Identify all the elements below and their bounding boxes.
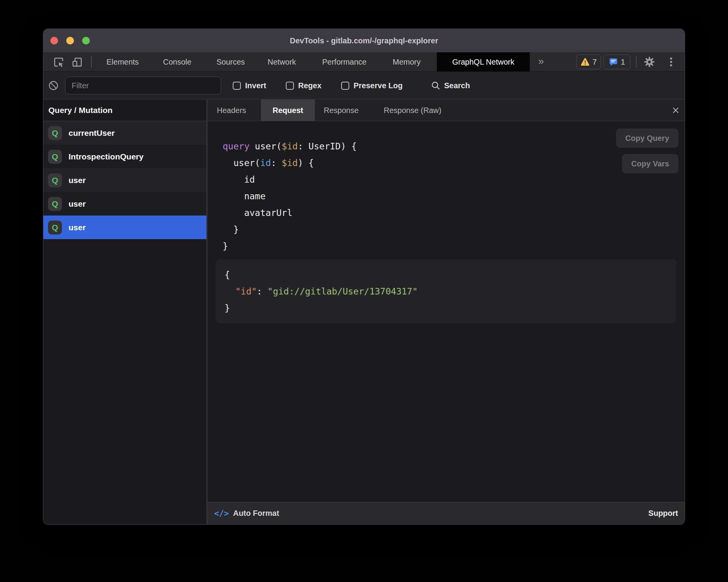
tab-request[interactable]: Request — [261, 99, 315, 121]
tab-headers[interactable]: Headers — [217, 99, 246, 121]
search-icon — [431, 80, 441, 91]
copy-query-button[interactable]: Copy Query — [616, 128, 678, 148]
tab-graphql-network[interactable]: GraphQL Network — [437, 52, 530, 72]
message-icon — [609, 58, 618, 67]
query-name: user — [69, 176, 86, 185]
preserve-log-label: Preserve Log — [354, 81, 403, 90]
invert-checkbox-box[interactable] — [233, 82, 241, 90]
preserve-log-checkbox[interactable]: Preserve Log — [341, 72, 403, 99]
invert-checkbox[interactable]: Invert — [233, 72, 266, 99]
search-label: Search — [444, 81, 470, 90]
clear-block-icon[interactable] — [48, 80, 59, 91]
auto-format-button[interactable]: </> Auto Format — [214, 509, 279, 518]
query-type-badge: Q — [48, 197, 62, 211]
filter-toolbar: Invert Regex Preserve Log Search — [43, 72, 685, 99]
query-list-item[interactable]: Q user — [43, 192, 206, 216]
support-link[interactable]: Support — [648, 509, 678, 518]
query-name: IntrospectionQuery — [69, 152, 144, 161]
warning-count: 7 — [592, 58, 597, 67]
issues-count: 1 — [621, 58, 625, 67]
query-type-badge: Q — [48, 126, 62, 140]
tab-response[interactable]: Response — [324, 99, 359, 121]
query-list-item[interactable]: Q currentUser — [43, 121, 206, 145]
search-control[interactable]: Search — [431, 72, 470, 99]
query-name: currentUser — [69, 128, 115, 138]
variables-json-code: { "id": "gid://gitlab/User/13704317"} — [225, 267, 676, 317]
tab-bar-divider — [91, 56, 92, 68]
regex-checkbox[interactable]: Regex — [286, 72, 321, 99]
graphql-query-code: query user($id: UserID) { user(id: $id) … — [223, 138, 357, 255]
kebab-menu-icon[interactable] — [665, 56, 677, 68]
close-panel-icon[interactable] — [671, 106, 680, 115]
tab-console[interactable]: Console — [163, 52, 191, 72]
copy-vars-button[interactable]: Copy Vars — [622, 154, 678, 173]
issues-badge[interactable]: 1 — [603, 55, 630, 69]
tab-response-raw[interactable]: Response (Raw) — [384, 99, 441, 121]
settings-gear-icon[interactable] — [643, 56, 656, 68]
more-tabs-chevron[interactable]: » — [538, 52, 544, 72]
tab-sources[interactable]: Sources — [216, 52, 245, 72]
query-name: user — [69, 199, 86, 209]
filter-input[interactable] — [65, 77, 221, 94]
code-brackets-icon: </> — [214, 509, 229, 518]
window-title: DevTools - gitlab.com/-/graphql-explorer — [43, 29, 685, 52]
actions-divider — [636, 56, 637, 68]
query-name: user — [69, 223, 86, 232]
tab-elements[interactable]: Elements — [106, 52, 139, 72]
main-area: Query / Mutation Q currentUser Q Introsp… — [43, 99, 685, 524]
auto-format-label: Auto Format — [233, 509, 279, 518]
query-list-sidebar: Query / Mutation Q currentUser Q Introsp… — [43, 99, 206, 524]
device-toolbar-icon[interactable] — [71, 56, 83, 68]
inspect-element-icon[interactable] — [52, 56, 65, 68]
detail-tab-bar: Headers Request Response Response (Raw) — [208, 99, 685, 121]
variables-box: { "id": "gid://gitlab/User/13704317"} — [216, 259, 676, 323]
devtools-window: DevTools - gitlab.com/-/graphql-explorer… — [43, 29, 685, 524]
regex-label: Regex — [298, 81, 321, 90]
detail-panel: Headers Request Response Response (Raw) … — [208, 99, 685, 524]
invert-label: Invert — [245, 81, 266, 90]
sidebar-header: Query / Mutation — [43, 99, 206, 121]
tab-performance[interactable]: Performance — [322, 52, 367, 72]
devtools-tab-bar: Elements Console Sources Network Perform… — [43, 52, 685, 72]
query-list-item[interactable]: Q IntrospectionQuery — [43, 145, 206, 168]
title-bar: DevTools - gitlab.com/-/graphql-explorer — [43, 29, 685, 52]
panel-footer: </> Auto Format Support — [208, 502, 685, 524]
warnings-badge[interactable]: 7 — [576, 55, 601, 69]
query-list-item-selected[interactable]: Q user — [43, 216, 206, 239]
tab-memory[interactable]: Memory — [393, 52, 421, 72]
query-list-item[interactable]: Q user — [43, 168, 206, 192]
regex-checkbox-box[interactable] — [286, 82, 294, 90]
query-type-badge: Q — [48, 221, 62, 235]
query-type-badge: Q — [48, 173, 62, 187]
preserve-log-checkbox-box[interactable] — [341, 82, 349, 90]
request-content: query user($id: UserID) { user(id: $id) … — [208, 121, 685, 502]
tab-network[interactable]: Network — [268, 52, 296, 72]
query-type-badge: Q — [48, 150, 62, 164]
warning-icon — [580, 58, 590, 66]
